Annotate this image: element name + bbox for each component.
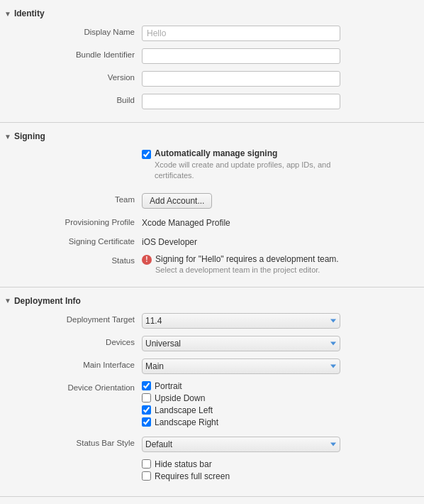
- status-row: Status ! Signing for "Hello" requires a …: [0, 251, 424, 277]
- full-screen-label[interactable]: Requires full screen: [155, 471, 230, 481]
- certificate-label: Signing Certificate: [0, 235, 142, 246]
- status-sub-msg: Select a development team in the project…: [155, 265, 339, 274]
- signing-title: Signing: [14, 131, 45, 141]
- status-bar-style-control: Default: [142, 437, 424, 452]
- landscape-left-checkbox[interactable]: [142, 405, 151, 415]
- identity-arrow-icon: ▼: [4, 10, 11, 18]
- team-label: Team: [0, 193, 142, 204]
- certificate-row: Signing Certificate iOS Developer: [0, 232, 424, 250]
- deployment-title: Deployment Info: [14, 296, 81, 306]
- build-input[interactable]: 1: [142, 94, 340, 109]
- display-name-row: Display Name: [0, 23, 424, 44]
- landscape-left-row: Landscape Left: [142, 405, 424, 415]
- portrait-label[interactable]: Portrait: [155, 381, 182, 391]
- devices-row: Devices Universal: [0, 333, 424, 354]
- auto-signing-text-block: Automatically manage signing Xcode will …: [155, 148, 339, 182]
- signing-arrow-icon: ▼: [4, 133, 11, 141]
- identity-title: Identity: [14, 9, 45, 18]
- hide-status-checkbox-row: Hide status bar: [142, 459, 424, 469]
- orientation-row: Device Orientation Portrait Upside Down …: [0, 378, 424, 432]
- status-bar-style-select[interactable]: Default: [142, 437, 340, 452]
- provisioning-label: Provisioning Profile: [0, 216, 142, 226]
- identity-section: ▼ Identity Display Name Bundle Identifie…: [0, 0, 424, 123]
- signing-content: Automatically manage signing Xcode will …: [0, 146, 424, 284]
- add-account-button[interactable]: Add Account...: [142, 193, 212, 209]
- version-control: 1.0: [142, 71, 424, 87]
- bundle-id-input[interactable]: kr.ac.induk.Hello: [142, 48, 340, 64]
- main-interface-select-wrapper: Main: [142, 358, 340, 374]
- identity-header[interactable]: ▼ Identity: [0, 6, 424, 23]
- certificate-value: iOS Developer: [142, 235, 424, 247]
- hide-status-empty-label: [0, 459, 142, 461]
- upside-down-row: Upside Down: [142, 393, 424, 403]
- main-interface-label: Main Interface: [0, 358, 142, 369]
- auto-signing-desc: Xcode will create and update profiles, a…: [155, 160, 339, 182]
- main-interface-row: Main Interface Main: [0, 356, 424, 377]
- version-row: Version 1.0: [0, 68, 424, 89]
- deployment-content: Deployment Target 11.4 Devices Universal: [0, 310, 424, 493]
- status-text-block: Signing for "Hello" requires a developme…: [155, 254, 339, 274]
- orientation-control: Portrait Upside Down Landscape Left Land…: [142, 381, 424, 429]
- portrait-checkbox[interactable]: [142, 381, 151, 390]
- bundle-id-control: kr.ac.induk.Hello: [142, 48, 424, 64]
- devices-control: Universal: [142, 336, 424, 351]
- version-input[interactable]: 1.0: [142, 71, 340, 87]
- build-row: Build 1: [0, 91, 424, 112]
- identity-content: Display Name Bundle Identifier kr.ac.ind…: [0, 23, 424, 119]
- signing-section: ▼ Signing Automatically manage signing X…: [0, 123, 424, 287]
- provisioning-control: Xcode Managed Profile: [142, 216, 424, 228]
- auto-signing-checkbox[interactable]: [142, 150, 151, 159]
- devices-label: Devices: [0, 336, 142, 346]
- main-interface-control: Main: [142, 358, 424, 374]
- status-error-icon: !: [142, 255, 152, 265]
- status-bar-style-label: Status Bar Style: [0, 437, 142, 447]
- display-name-control: [142, 26, 424, 41]
- main-interface-select[interactable]: Main: [142, 358, 340, 374]
- devices-select[interactable]: Universal: [142, 336, 340, 351]
- bundle-id-row: Bundle Identifier kr.ac.induk.Hello: [0, 45, 424, 67]
- bundle-id-label: Bundle Identifier: [0, 48, 142, 59]
- provisioning-value: Xcode Managed Profile: [142, 216, 424, 228]
- auto-signing-control: Automatically manage signing Xcode will …: [142, 148, 424, 186]
- status-bar-style-row: Status Bar Style Default: [0, 434, 424, 455]
- hide-status-label[interactable]: Hide status bar: [155, 459, 212, 469]
- signing-header[interactable]: ▼ Signing: [0, 128, 424, 146]
- deploy-target-select-wrapper: 11.4: [142, 313, 340, 329]
- deploy-target-select[interactable]: 11.4: [142, 313, 340, 329]
- auto-signing-row: Automatically manage signing Xcode will …: [0, 146, 424, 189]
- display-name-input[interactable]: [142, 26, 340, 41]
- full-screen-checkbox[interactable]: [142, 471, 151, 481]
- display-name-label: Display Name: [0, 26, 142, 36]
- deployment-section: ▼ Deployment Info Deployment Target 11.4…: [0, 287, 424, 497]
- build-label: Build: [0, 94, 142, 104]
- status-message-row: ! Signing for "Hello" requires a develop…: [142, 254, 424, 274]
- deploy-target-row: Deployment Target 11.4: [0, 310, 424, 332]
- provisioning-row: Provisioning Profile Xcode Managed Profi…: [0, 213, 424, 231]
- deploy-target-label: Deployment Target: [0, 313, 142, 324]
- landscape-left-label[interactable]: Landscape Left: [155, 405, 213, 415]
- version-label: Version: [0, 71, 142, 82]
- team-control: Add Account...: [142, 193, 424, 209]
- landscape-right-checkbox[interactable]: [142, 417, 151, 427]
- upside-down-label[interactable]: Upside Down: [155, 393, 205, 403]
- portrait-row: Portrait: [142, 381, 424, 391]
- hide-status-checkbox[interactable]: [142, 459, 151, 469]
- team-row: Team Add Account...: [0, 190, 424, 212]
- status-control: ! Signing for "Hello" requires a develop…: [142, 254, 424, 274]
- landscape-right-label[interactable]: Landscape Right: [155, 417, 218, 427]
- status-main-msg: Signing for "Hello" requires a developme…: [155, 254, 339, 264]
- auto-signing-box: Automatically manage signing Xcode will …: [142, 148, 424, 182]
- certificate-control: iOS Developer: [142, 235, 424, 247]
- orientation-label: Device Orientation: [0, 381, 142, 392]
- hide-status-control: Hide status bar Requires full screen: [142, 459, 424, 483]
- status-bar-style-select-wrapper: Default: [142, 437, 340, 452]
- auto-signing-empty-label: [0, 148, 142, 150]
- build-control: 1: [142, 94, 424, 109]
- status-label: Status: [0, 254, 142, 265]
- deploy-target-control: 11.4: [142, 313, 424, 329]
- deployment-header[interactable]: ▼ Deployment Info: [0, 293, 424, 310]
- upside-down-checkbox[interactable]: [142, 393, 151, 402]
- landscape-right-row: Landscape Right: [142, 417, 424, 427]
- hide-status-row: Hide status bar Requires full screen: [0, 456, 424, 486]
- full-screen-checkbox-row: Requires full screen: [142, 471, 424, 481]
